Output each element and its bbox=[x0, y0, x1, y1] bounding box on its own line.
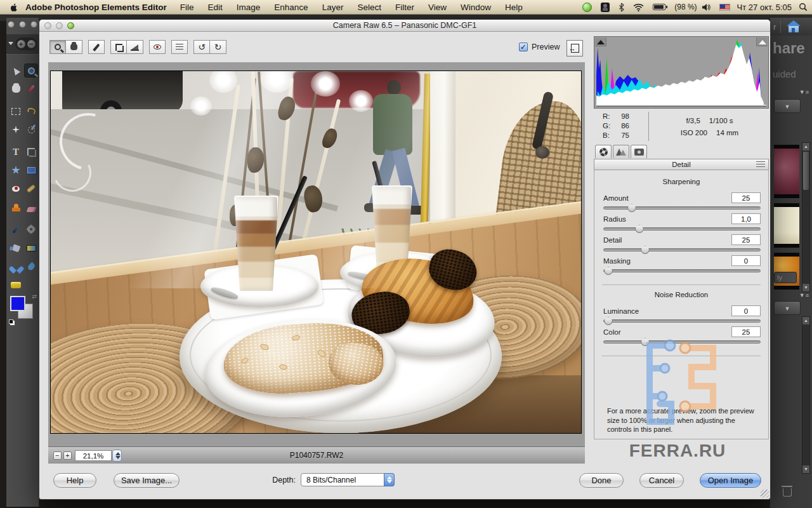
magic-wand-tool-icon[interactable] bbox=[9, 123, 23, 137]
detail-slider-track[interactable] bbox=[603, 248, 761, 251]
shape-tool-icon[interactable] bbox=[9, 260, 23, 274]
panel-menu-icon[interactable]: ▼≡ bbox=[799, 89, 809, 95]
move-tool-icon[interactable] bbox=[9, 64, 23, 77]
paint-bucket-tool-icon[interactable] bbox=[9, 241, 23, 255]
trash-icon[interactable] bbox=[783, 488, 792, 497]
keyboard-layout-flag-icon[interactable] bbox=[719, 4, 730, 11]
sponge-tool-icon[interactable] bbox=[9, 278, 23, 292]
detail-slider-thumb[interactable] bbox=[641, 246, 650, 254]
preview-checkbox[interactable]: ✓ bbox=[519, 43, 528, 51]
depth-dropdown[interactable]: 8 Bits/Channel bbox=[301, 473, 395, 486]
color-slider-thumb[interactable] bbox=[641, 338, 650, 346]
status-app-green-icon[interactable] bbox=[582, 3, 592, 12]
hand-tool-button[interactable] bbox=[66, 40, 82, 54]
effect-thumbnail[interactable] bbox=[774, 203, 799, 248]
volume-icon[interactable] bbox=[702, 3, 710, 11]
menu-filter[interactable]: Filter bbox=[395, 3, 414, 12]
menubar-clock[interactable]: Чт 27 окт. 5:05 bbox=[737, 3, 792, 12]
marquee-tool-icon[interactable] bbox=[9, 104, 23, 118]
radius-slider-thumb[interactable] bbox=[635, 225, 644, 233]
layers-panel-menu-icon[interactable]: ▼≡ bbox=[799, 292, 809, 298]
rotate-ccw-button[interactable]: ↺ bbox=[193, 40, 210, 54]
save-image-button[interactable]: Save Image... bbox=[114, 473, 180, 488]
type-tool-icon[interactable]: T bbox=[9, 145, 23, 159]
menu-enhance[interactable]: Enhance bbox=[274, 3, 308, 12]
zoom-tool-icon[interactable] bbox=[24, 64, 38, 77]
default-colors-icon[interactable] bbox=[9, 319, 13, 324]
straighten-tool-button[interactable] bbox=[127, 40, 143, 54]
recompose-tool-icon[interactable] bbox=[24, 163, 38, 177]
color-slider-track[interactable] bbox=[603, 340, 761, 344]
hand-tool-icon[interactable] bbox=[9, 82, 23, 96]
app-window-traffic-lights[interactable] bbox=[8, 21, 37, 28]
menu-image[interactable]: Image bbox=[237, 3, 261, 12]
menu-file[interactable]: File bbox=[180, 3, 194, 12]
zoom-in-out-buttons[interactable]: +− bbox=[15, 37, 37, 50]
masking-slider-track[interactable] bbox=[603, 269, 761, 272]
layers-scrollbar[interactable]: ▲▼ bbox=[802, 316, 810, 474]
cookie-cutter-tool-icon[interactable] bbox=[9, 163, 23, 177]
menu-window[interactable]: Window bbox=[461, 3, 491, 12]
eraser-tool-icon[interactable] bbox=[24, 203, 38, 217]
apply-button-fragment[interactable]: ly bbox=[774, 272, 797, 283]
blur-tool-icon[interactable] bbox=[24, 260, 38, 274]
wifi-icon[interactable] bbox=[633, 3, 644, 11]
panel-flyout-menu-icon[interactable] bbox=[756, 161, 765, 168]
done-button[interactable]: Done bbox=[579, 473, 624, 488]
radius-slider-track[interactable] bbox=[603, 227, 761, 231]
shadow-clipping-warning-icon[interactable] bbox=[595, 37, 606, 46]
help-button[interactable]: Help bbox=[53, 473, 96, 488]
dialog-resize-grip[interactable] bbox=[761, 490, 769, 498]
collapse-arrow-icon[interactable] bbox=[8, 42, 13, 45]
white-balance-tool-button[interactable] bbox=[88, 40, 105, 54]
crop-tool-icon[interactable] bbox=[24, 145, 38, 159]
menu-select[interactable]: Select bbox=[357, 3, 381, 12]
quick-selection-tool-icon[interactable] bbox=[24, 123, 38, 137]
menu-layer[interactable]: Layer bbox=[322, 3, 344, 12]
cancel-button[interactable]: Cancel bbox=[639, 473, 684, 488]
clone-stamp-tool-icon[interactable] bbox=[9, 203, 23, 217]
layers-dropdown[interactable]: ▼ bbox=[774, 301, 801, 315]
guided-tab-fragment[interactable]: uided bbox=[773, 69, 796, 79]
toggle-fullscreen-button[interactable] bbox=[566, 40, 583, 57]
healing-brush-tool-icon[interactable] bbox=[24, 182, 38, 196]
radius-value-field[interactable]: 1,0 bbox=[731, 213, 761, 224]
battery-icon[interactable] bbox=[653, 4, 667, 10]
photo-preview[interactable] bbox=[50, 70, 582, 434]
luminance-slider-track[interactable] bbox=[603, 319, 761, 323]
open-image-button[interactable]: Open Image bbox=[700, 473, 761, 488]
menu-edit[interactable]: Edit bbox=[208, 3, 223, 12]
eyedropper-tool-icon[interactable] bbox=[24, 82, 38, 96]
effect-thumbnail[interactable] bbox=[774, 145, 799, 198]
luminance-slider-thumb[interactable] bbox=[604, 317, 613, 325]
detail-value-field[interactable]: 25 bbox=[731, 234, 761, 245]
masking-value-field[interactable]: 0 bbox=[731, 255, 761, 266]
detail-smart-brush-tool-icon[interactable] bbox=[24, 222, 38, 236]
tab-detail[interactable] bbox=[613, 145, 629, 158]
zoom-tool-button[interactable] bbox=[49, 40, 66, 54]
effects-scrollbar[interactable]: ▲▼ bbox=[802, 142, 810, 292]
red-eye-removal-button[interactable] bbox=[149, 40, 166, 54]
crop-tool-button[interactable] bbox=[110, 40, 127, 54]
rotate-cw-button[interactable]: ↻ bbox=[210, 40, 226, 54]
red-eye-tool-icon[interactable] bbox=[9, 182, 23, 196]
apple-menu-icon[interactable] bbox=[5, 2, 22, 12]
color-swatches[interactable]: ⇄ bbox=[10, 296, 36, 321]
luminance-value-field[interactable]: 0 bbox=[731, 305, 761, 316]
smart-brush-tool-icon[interactable] bbox=[9, 222, 23, 236]
menu-help[interactable]: Help bbox=[505, 3, 523, 12]
amount-value-field[interactable]: 25 bbox=[731, 192, 761, 203]
highlight-clipping-warning-icon[interactable] bbox=[756, 37, 768, 46]
spotlight-icon[interactable] bbox=[799, 3, 808, 11]
preferences-button[interactable] bbox=[171, 40, 188, 54]
swap-colors-icon[interactable]: ⇄ bbox=[32, 293, 37, 300]
menu-view[interactable]: View bbox=[428, 3, 447, 12]
effect-thumbnail[interactable] bbox=[774, 253, 799, 290]
app-name[interactable]: Adobe Photoshop Elements Editor bbox=[25, 3, 167, 12]
share-tab-fragment[interactable]: hare bbox=[773, 39, 805, 57]
tab-basic[interactable] bbox=[595, 145, 612, 158]
bluetooth-icon[interactable] bbox=[619, 3, 624, 12]
foreground-color-swatch[interactable] bbox=[10, 296, 25, 311]
color-value-field[interactable]: 25 bbox=[731, 326, 761, 337]
amount-slider-thumb[interactable] bbox=[627, 204, 636, 212]
